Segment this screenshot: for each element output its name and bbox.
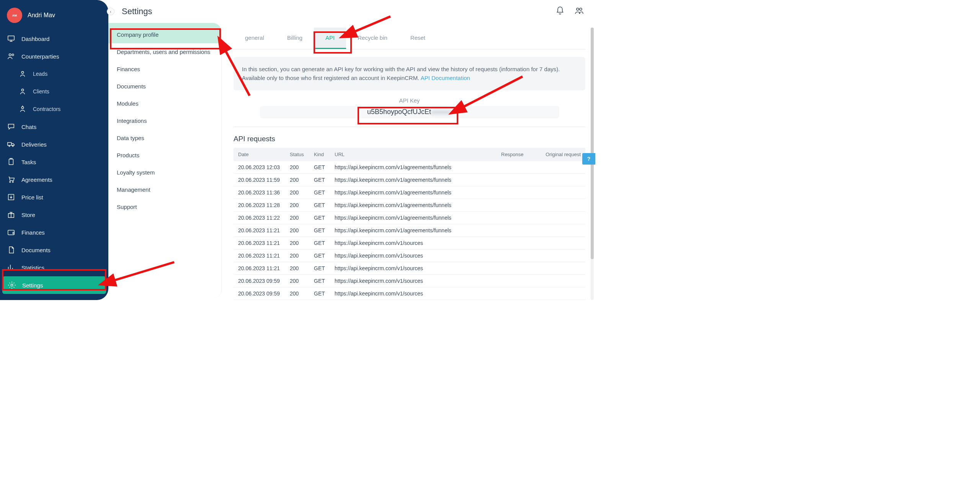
cell-status: 200 <box>290 177 314 183</box>
sidebar-item-price-list[interactable]: Price list <box>0 188 108 206</box>
sidebar-item-label: Dashboard <box>21 36 49 42</box>
sidebar-item-label: Finances <box>21 229 45 236</box>
cell-date: 20.06.2023 11:21 <box>238 240 290 246</box>
settings-subnav-company-profile[interactable]: Company profile <box>108 23 221 43</box>
bell-icon[interactable] <box>555 6 565 17</box>
user-block[interactable]: AM Andri Mav <box>0 0 108 30</box>
wallet-icon <box>7 228 15 237</box>
request-row[interactable]: 20.06.2023 09:59200GEThttps://api.keepin… <box>234 287 585 300</box>
sidebar-item-label: Tasks <box>21 159 36 165</box>
sidebar-item-chats[interactable]: Chats <box>0 118 108 135</box>
sidebar-item-deliveries[interactable]: Deliveries <box>0 135 108 153</box>
sidebar-item-agreements[interactable]: Agreements <box>0 171 108 188</box>
settings-subnav-products[interactable]: Products <box>108 147 221 164</box>
help-button[interactable]: ? <box>582 153 595 165</box>
monitor-icon <box>7 34 15 43</box>
sidebar-item-finances[interactable]: Finances <box>0 224 108 241</box>
cell-kind: GET <box>314 227 335 233</box>
settings-subnav-management[interactable]: Management <box>108 181 221 198</box>
cell-kind: GET <box>314 265 335 271</box>
sidebar-item-label: Agreements <box>21 176 52 183</box>
cell-url: https://api.keepincrm.com/v1/sources <box>335 278 501 284</box>
tab-reset[interactable]: Reset <box>399 28 437 49</box>
cell-url: https://api.keepincrm.com/v1/agreements/… <box>335 177 501 183</box>
cell-original <box>535 290 581 297</box>
cell-response <box>501 265 535 271</box>
tab-billing[interactable]: Billing <box>276 28 314 49</box>
cell-original <box>535 164 581 170</box>
cell-original <box>535 278 581 284</box>
requests-table: Date Status Kind URL Response Original r… <box>234 148 585 300</box>
settings-subnav-data-types[interactable]: Data types <box>108 129 221 147</box>
svg-point-8 <box>12 145 13 147</box>
tab-api[interactable]: API <box>314 28 346 49</box>
api-key-field[interactable]: u5B5hoypoQcfUJcEtxxxxxx <box>260 106 559 119</box>
request-row[interactable]: 20.06.2023 11:59200GEThttps://api.keepin… <box>234 174 585 186</box>
request-row[interactable]: 20.06.2023 09:59200GEThttps://api.keepin… <box>234 275 585 287</box>
cell-status: 200 <box>290 164 314 170</box>
contractor-icon <box>18 105 27 113</box>
sidebar-item-counterparties[interactable]: Counterparties <box>0 47 108 65</box>
cell-response <box>501 215 535 221</box>
cell-kind: GET <box>314 189 335 196</box>
sidebar-item-settings[interactable]: Settings <box>2 276 106 294</box>
settings-subnav-modules[interactable]: Modules <box>108 95 221 112</box>
request-row[interactable]: 20.06.2023 12:03200GEThttps://api.keepin… <box>234 161 585 174</box>
tab-general[interactable]: general <box>234 28 276 49</box>
settings-subnav-documents[interactable]: Documents <box>108 78 221 95</box>
cell-kind: GET <box>314 177 335 183</box>
col-original: Original request <box>535 152 581 157</box>
stats-icon <box>7 263 15 272</box>
cell-response <box>501 227 535 233</box>
sidebar-item-label: Leads <box>33 71 47 77</box>
tab-recycle-bin[interactable]: Recycle bin <box>346 28 399 49</box>
settings-subnav-integrations[interactable]: Integrations <box>108 112 221 129</box>
sidebar-item-label: Documents <box>21 247 51 253</box>
sidebar-item-tasks[interactable]: Tasks <box>0 153 108 171</box>
request-row[interactable]: 20.06.2023 11:21200GEThttps://api.keepin… <box>234 250 585 262</box>
users-icon <box>7 52 15 60</box>
cell-status: 200 <box>290 290 314 297</box>
cell-response <box>501 290 535 297</box>
settings-subnav-support[interactable]: Support <box>108 198 221 215</box>
sidebar-item-contractors[interactable]: Contractors <box>0 100 108 118</box>
cell-url: https://api.keepincrm.com/v1/sources <box>335 290 501 297</box>
sidebar-item-store[interactable]: Store <box>0 206 108 224</box>
sidebar-item-dashboard[interactable]: Dashboard <box>0 30 108 47</box>
collapse-sidebar-button[interactable]: ‹ <box>107 8 114 15</box>
col-status: Status <box>290 152 314 157</box>
request-row[interactable]: 20.06.2023 11:22200GEThttps://api.keepin… <box>234 212 585 224</box>
settings-subnav-departments-users-and-permissions[interactable]: Departments, users and permissions <box>108 43 221 60</box>
sidebar-item-clients[interactable]: Clients <box>0 83 108 100</box>
cell-status: 200 <box>290 202 314 208</box>
cell-status: 200 <box>290 253 314 259</box>
user-name: Andri Mav <box>28 12 55 19</box>
request-row[interactable]: 20.06.2023 11:21200GEThttps://api.keepin… <box>234 237 585 250</box>
sidebar-item-label: Counterparties <box>21 53 59 60</box>
request-row[interactable]: 20.06.2023 11:21200GEThttps://api.keepin… <box>234 262 585 275</box>
settings-subnav-loyalty-system[interactable]: Loyalty system <box>108 164 221 181</box>
cell-url: https://api.keepincrm.com/v1/agreements/… <box>335 202 501 208</box>
cell-status: 200 <box>290 240 314 246</box>
cell-url: https://api.keepincrm.com/v1/agreements/… <box>335 227 501 233</box>
svg-point-1 <box>9 54 11 56</box>
svg-point-11 <box>12 181 13 183</box>
cell-response <box>501 189 535 196</box>
request-row[interactable]: 20.06.2023 11:36200GEThttps://api.keepin… <box>234 186 585 199</box>
request-row[interactable]: 20.06.2023 11:21200GEThttps://api.keepin… <box>234 224 585 237</box>
cell-date: 20.06.2023 11:59 <box>238 177 290 183</box>
cell-date: 20.06.2023 11:21 <box>238 265 290 271</box>
cell-response <box>501 240 535 246</box>
api-doc-link[interactable]: API Documentation <box>421 75 470 81</box>
users-icon[interactable] <box>575 6 584 17</box>
clipboard-icon <box>7 158 15 166</box>
sidebar-item-label: Contractors <box>33 106 60 112</box>
sidebar-item-leads[interactable]: Leads <box>0 65 108 83</box>
sidebar-item-documents[interactable]: Documents <box>0 241 108 259</box>
request-row[interactable]: 20.06.2023 11:28200GEThttps://api.keepin… <box>234 199 585 212</box>
api-key-label: API Key <box>230 97 589 104</box>
sidebar-item-statistics[interactable]: Statistics <box>0 259 108 276</box>
cell-date: 20.06.2023 09:59 <box>238 278 290 284</box>
settings-subnav-finances[interactable]: Finances <box>108 60 221 78</box>
content: generalBillingAPIRecycle binReset In thi… <box>230 28 589 300</box>
